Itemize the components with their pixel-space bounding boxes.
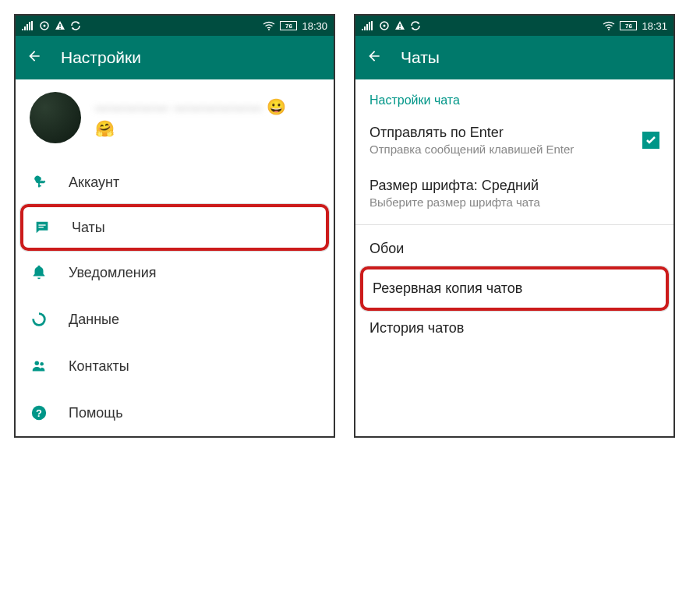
menu-label: Контакты <box>69 358 129 375</box>
svg-rect-9 <box>38 227 43 227</box>
settings-menu: Аккаунт Чаты Уведомления Данные Контакты <box>16 159 334 436</box>
setting-subtitle: Выберите размер шрифта чата <box>369 196 588 209</box>
profile-row[interactable]: ————— —————— 😀 🤗 <box>16 79 334 159</box>
phone-settings-main: 76 18:30 Настройки ————— —————— 😀 🤗 Акка… <box>14 14 335 438</box>
svg-rect-2 <box>59 24 60 27</box>
setting-enter-to-send[interactable]: Отправлять по Enter Отправка сообщений к… <box>355 114 673 167</box>
avatar <box>30 92 81 143</box>
sync-icon <box>70 20 81 31</box>
key-icon <box>30 173 48 192</box>
menu-item-contacts[interactable]: Контакты <box>16 343 334 389</box>
battery-icon: 76 <box>280 21 297 30</box>
phone-chat-settings: 76 18:31 Чаты Настройки чата Отправлять … <box>354 14 675 438</box>
svg-rect-7 <box>38 185 41 187</box>
wifi-icon <box>603 21 615 30</box>
menu-item-account[interactable]: Аккаунт <box>16 159 334 206</box>
status-time: 18:30 <box>302 20 327 32</box>
signal-alt-icon <box>379 20 390 31</box>
svg-rect-18 <box>399 28 400 29</box>
bell-icon <box>30 263 48 282</box>
svg-point-4 <box>268 29 270 30</box>
setting-title: История чатов <box>369 320 659 336</box>
status-bar: 76 18:31 <box>355 16 673 36</box>
appbar-title: Чаты <box>401 48 440 67</box>
menu-item-chats[interactable]: Чаты <box>20 204 329 251</box>
setting-font-size[interactable]: Размер шрифта: Средний Выберите размер ш… <box>355 167 673 220</box>
status-time: 18:31 <box>642 20 667 32</box>
battery-level: 76 <box>625 23 632 30</box>
menu-item-notifications[interactable]: Уведомления <box>16 249 334 296</box>
setting-title: Обои <box>369 241 659 257</box>
svg-point-12 <box>40 362 44 366</box>
app-bar: Настройки <box>16 36 334 79</box>
setting-chat-backup[interactable]: Резервная копия чатов <box>360 266 669 311</box>
divider <box>355 224 673 225</box>
appbar-title: Настройки <box>61 48 141 67</box>
menu-label: Чаты <box>72 220 105 236</box>
setting-chat-history[interactable]: История чатов <box>355 309 673 347</box>
status-bar: 76 18:30 <box>16 16 334 36</box>
signal-icon <box>362 21 374 30</box>
chat-icon <box>33 218 51 237</box>
menu-label: Аккаунт <box>69 174 119 191</box>
app-bar: Чаты <box>355 36 673 79</box>
battery-level: 76 <box>285 23 292 30</box>
menu-item-help[interactable]: ? Помощь <box>16 389 334 436</box>
warning-icon <box>55 20 65 31</box>
svg-rect-3 <box>59 28 60 29</box>
svg-point-16 <box>384 25 386 27</box>
svg-point-19 <box>608 29 610 30</box>
back-icon[interactable] <box>27 48 42 67</box>
setting-wallpaper[interactable]: Обои <box>355 230 673 268</box>
setting-title: Размер шрифта: Средний <box>369 178 659 194</box>
help-icon: ? <box>30 403 48 422</box>
warning-icon <box>394 20 405 31</box>
svg-point-10 <box>34 314 45 326</box>
signal-alt-icon <box>39 20 50 31</box>
section-header: Настройки чата <box>355 79 673 114</box>
menu-label: Помощь <box>69 405 123 421</box>
svg-point-11 <box>35 361 40 366</box>
wifi-icon <box>263 21 275 30</box>
profile-name: ————— —————— 😀 🤗 <box>95 97 286 138</box>
profile-name-blurred: ————— —————— <box>95 100 263 115</box>
battery-icon: 76 <box>620 21 637 30</box>
svg-text:?: ? <box>36 407 42 419</box>
emoji-hug-icon: 🤗 <box>95 119 286 138</box>
svg-rect-17 <box>399 24 400 27</box>
setting-title: Резервная копия чатов <box>373 280 656 297</box>
emoji-grin-icon: 😀 <box>267 98 286 115</box>
data-usage-icon <box>30 310 48 329</box>
signal-icon <box>22 21 34 30</box>
setting-title: Отправлять по Enter <box>369 125 659 141</box>
menu-label: Уведомления <box>69 265 157 281</box>
svg-rect-8 <box>38 224 45 225</box>
menu-label: Данные <box>69 312 119 328</box>
back-icon[interactable] <box>366 48 382 67</box>
svg-point-1 <box>44 25 46 27</box>
checkbox-checked-icon[interactable] <box>642 132 659 149</box>
setting-subtitle: Отправка сообщений клавишей Enter <box>369 143 588 156</box>
contacts-icon <box>30 357 48 375</box>
sync-icon <box>410 20 421 31</box>
menu-item-data[interactable]: Данные <box>16 296 334 343</box>
